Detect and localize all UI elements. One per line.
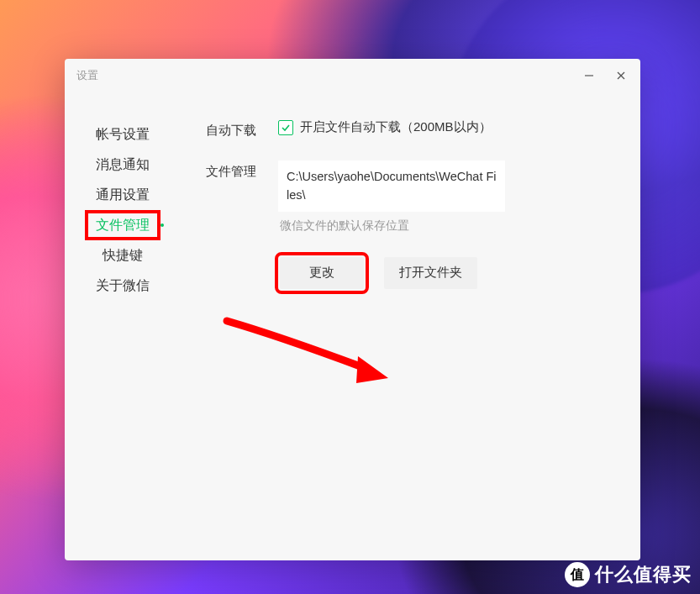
sidebar-item-label: 快捷键 — [103, 247, 143, 265]
content-panel: 自动下载 开启文件自动下载（200MB以内） 文件管理 C:\Users\yao… — [172, 119, 640, 560]
watermark: 值 什么值得买 — [565, 562, 692, 587]
file-path-display: C:\Users\yaohe\Documents\WeChat Files\ — [278, 160, 505, 212]
sidebar-item-notification[interactable]: 消息通知 — [85, 150, 161, 180]
file-path-hint: 微信文件的默认保存位置 — [280, 218, 615, 234]
sidebar-item-label: 关于微信 — [96, 277, 150, 295]
window-controls — [578, 67, 632, 84]
close-button[interactable] — [610, 67, 632, 84]
sidebar-item-label: 帐号设置 — [96, 126, 150, 144]
sidebar-item-label: 通用设置 — [96, 187, 150, 204]
row-label: 自动下载 — [206, 119, 278, 139]
active-indicator-icon — [161, 223, 164, 227]
watermark-text: 什么值得买 — [595, 562, 692, 587]
sidebar-item-shortcut[interactable]: 快捷键 — [85, 240, 161, 271]
sidebar-item-account[interactable]: 帐号设置 — [85, 119, 161, 150]
minimize-button[interactable] — [578, 67, 600, 84]
row-label: 文件管理 — [206, 160, 278, 180]
titlebar: 设置 — [65, 59, 640, 92]
sidebar-item-label: 消息通知 — [96, 156, 150, 174]
window-body: 帐号设置 消息通知 通用设置 文件管理 快捷键 关于微信 自动下载 — [65, 92, 640, 560]
change-button[interactable]: 更改 — [280, 257, 364, 289]
watermark-badge-icon: 值 — [565, 562, 590, 587]
checkbox-label: 开启文件自动下载（200MB以内） — [300, 119, 492, 135]
window-title: 设置 — [76, 68, 98, 83]
sidebar-item-label: 文件管理 — [96, 217, 150, 234]
open-folder-button[interactable]: 打开文件夹 — [384, 257, 477, 289]
checkbox-row: 开启文件自动下载（200MB以内） — [278, 119, 615, 135]
sidebar-item-file-mgmt[interactable]: 文件管理 — [85, 210, 161, 240]
row-file-mgmt: 文件管理 C:\Users\yaohe\Documents\WeChat Fil… — [206, 160, 615, 289]
checkmark-icon — [281, 123, 291, 133]
settings-window: 设置 帐号设置 消息通知 通用设置 文件管理 — [65, 59, 640, 560]
sidebar-item-about[interactable]: 关于微信 — [85, 271, 161, 301]
row-auto-download: 自动下载 开启文件自动下载（200MB以内） — [206, 119, 615, 139]
button-row: 更改 打开文件夹 — [280, 257, 615, 289]
sidebar: 帐号设置 消息通知 通用设置 文件管理 快捷键 关于微信 — [65, 119, 172, 560]
auto-download-checkbox[interactable] — [278, 120, 293, 135]
sidebar-item-general[interactable]: 通用设置 — [85, 180, 161, 210]
